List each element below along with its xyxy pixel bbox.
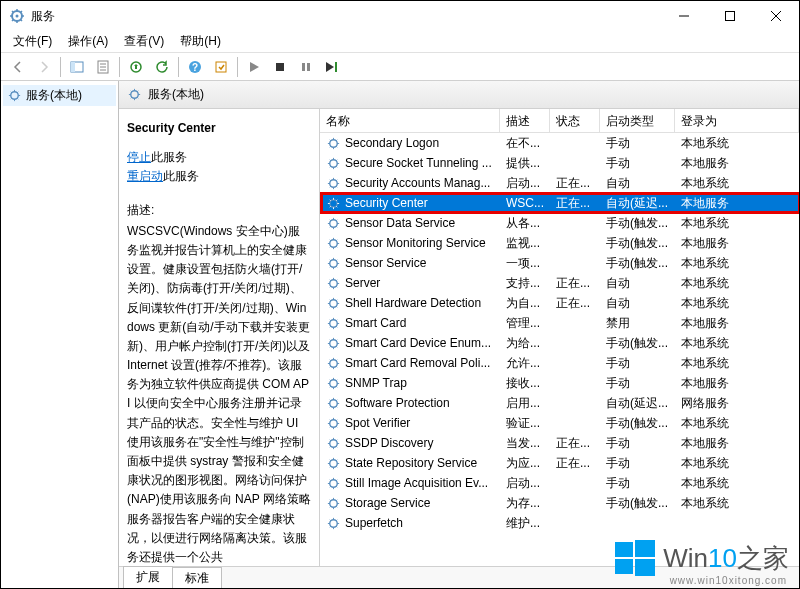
service-status: 正在... — [550, 435, 600, 452]
service-name: Software Protection — [345, 396, 450, 410]
service-row[interactable]: Spot Verifier验证...手动(触发...本地系统 — [320, 413, 799, 433]
link-suffix: 此服务 — [163, 169, 199, 183]
gear-icon — [7, 88, 22, 103]
menu-file[interactable]: 文件(F) — [5, 31, 60, 52]
stop-link[interactable]: 停止 — [127, 150, 151, 164]
maximize-button[interactable] — [707, 1, 753, 31]
col-status[interactable]: 状态 — [550, 109, 600, 132]
menu-help[interactable]: 帮助(H) — [172, 31, 229, 52]
menu-action[interactable]: 操作(A) — [60, 31, 116, 52]
svg-text:?: ? — [192, 62, 198, 73]
service-row[interactable]: Smart Card Removal Poli...允许...手动本地系统 — [320, 353, 799, 373]
service-row[interactable]: Sensor Service一项...手动(触发...本地系统 — [320, 253, 799, 273]
window-controls — [661, 1, 799, 31]
service-row[interactable]: SSDP Discovery当发...正在...手动本地服务 — [320, 433, 799, 453]
pause-service-button[interactable] — [294, 55, 318, 79]
gear-icon — [326, 296, 341, 311]
gear-icon — [326, 276, 341, 291]
service-row[interactable]: State Repository Service为应...正在...手动本地系统 — [320, 453, 799, 473]
service-desc: 监视... — [500, 235, 550, 252]
svg-point-32 — [330, 459, 338, 467]
service-row[interactable]: Software Protection启用...自动(延迟...网络服务 — [320, 393, 799, 413]
services-icon — [9, 8, 25, 24]
service-desc: 启动... — [500, 175, 550, 192]
service-row[interactable]: SNMP Trap接收...手动本地服务 — [320, 373, 799, 393]
properties-button[interactable] — [91, 55, 115, 79]
service-desc: 启动... — [500, 475, 550, 492]
back-button[interactable] — [6, 55, 30, 79]
service-rows[interactable]: Secondary Logon在不...手动本地系统Secure Socket … — [320, 133, 799, 566]
service-desc: 为自... — [500, 295, 550, 312]
tree-pane: 服务(本地) — [1, 81, 119, 588]
start-service-button[interactable] — [242, 55, 266, 79]
service-row[interactable]: Secure Socket Tunneling ...提供...手动本地服务 — [320, 153, 799, 173]
forward-button[interactable] — [32, 55, 56, 79]
service-row[interactable]: Smart Card管理...禁用本地服务 — [320, 313, 799, 333]
service-desc: WSC... — [500, 196, 550, 210]
service-status: 正在... — [550, 295, 600, 312]
service-row[interactable]: Server支持...正在...自动本地系统 — [320, 273, 799, 293]
svg-point-30 — [330, 419, 338, 427]
service-logon: 网络服务 — [675, 395, 799, 412]
tab-extended[interactable]: 扩展 — [123, 566, 173, 589]
menu-view[interactable]: 查看(V) — [116, 31, 172, 52]
restart-link[interactable]: 重启动 — [127, 169, 163, 183]
window-title: 服务 — [31, 8, 55, 25]
service-row[interactable]: Smart Card Device Enum...为给...手动(触发...本地… — [320, 333, 799, 353]
service-row[interactable]: Superfetch维护... — [320, 513, 799, 533]
service-row[interactable]: Storage Service为存...手动(触发...本地系统 — [320, 493, 799, 513]
service-name: Security Accounts Manag... — [345, 176, 490, 190]
service-logon: 本地系统 — [675, 135, 799, 152]
service-row[interactable]: Sensor Data Service从各...手动(触发...本地系统 — [320, 213, 799, 233]
service-name: SNMP Trap — [345, 376, 407, 390]
service-row[interactable]: Sensor Monitoring Service监视...手动(触发...本地… — [320, 233, 799, 253]
svg-point-26 — [330, 339, 338, 347]
service-startup: 手动(触发... — [600, 215, 675, 232]
service-name: Smart Card Removal Poli... — [345, 356, 490, 370]
tab-standard[interactable]: 标准 — [172, 567, 222, 589]
service-name: Secondary Logon — [345, 136, 439, 150]
help-button[interactable]: ? — [183, 55, 207, 79]
col-name[interactable]: 名称 — [320, 109, 500, 132]
action-button[interactable] — [209, 55, 233, 79]
svg-point-34 — [330, 499, 338, 507]
close-button[interactable] — [753, 1, 799, 31]
tree-root-label: 服务(本地) — [26, 87, 82, 104]
restart-service-button[interactable] — [320, 55, 344, 79]
svg-rect-13 — [335, 62, 337, 72]
service-row[interactable]: Shell Hardware Detection为自...正在...自动本地系统 — [320, 293, 799, 313]
service-row[interactable]: Security Accounts Manag...启动...正在...自动本地… — [320, 173, 799, 193]
col-startup[interactable]: 启动类型 — [600, 109, 675, 132]
link-suffix: 此服务 — [151, 150, 187, 164]
service-logon: 本地服务 — [675, 375, 799, 392]
gear-icon — [326, 376, 341, 391]
service-name: Sensor Service — [345, 256, 426, 270]
col-desc[interactable]: 描述 — [500, 109, 550, 132]
service-desc: 从各... — [500, 215, 550, 232]
watermark-url: www.win10xitong.com — [670, 575, 787, 586]
service-logon: 本地服务 — [675, 155, 799, 172]
service-list-pane: 名称 描述 状态 启动类型 登录为 Secondary Logon在不...手动… — [319, 109, 799, 566]
gear-icon — [326, 516, 341, 531]
service-row[interactable]: Secondary Logon在不...手动本地系统 — [320, 133, 799, 153]
service-desc: 一项... — [500, 255, 550, 272]
gear-icon — [326, 336, 341, 351]
tree-root-item[interactable]: 服务(本地) — [3, 85, 116, 106]
show-hide-tree-button[interactable] — [65, 55, 89, 79]
service-row[interactable]: Security CenterWSC...正在...自动(延迟...本地服务 — [320, 193, 799, 213]
service-logon: 本地系统 — [675, 355, 799, 372]
stop-service-button[interactable] — [268, 55, 292, 79]
content-area: Security Center 停止此服务 重启动此服务 描述: WSCSVC(… — [119, 109, 799, 566]
refresh-button[interactable] — [150, 55, 174, 79]
minimize-button[interactable] — [661, 1, 707, 31]
pane-header: 服务(本地) — [119, 81, 799, 109]
service-row[interactable]: Still Image Acquisition Ev...启动...手动本地系统 — [320, 473, 799, 493]
service-startup: 禁用 — [600, 315, 675, 332]
col-logon[interactable]: 登录为 — [675, 109, 799, 132]
service-status: 正在... — [550, 455, 600, 472]
export-button[interactable] — [124, 55, 148, 79]
service-name: Spot Verifier — [345, 416, 410, 430]
gear-icon — [326, 496, 341, 511]
service-startup: 手动(触发... — [600, 335, 675, 352]
toolbar-separator — [237, 57, 238, 77]
